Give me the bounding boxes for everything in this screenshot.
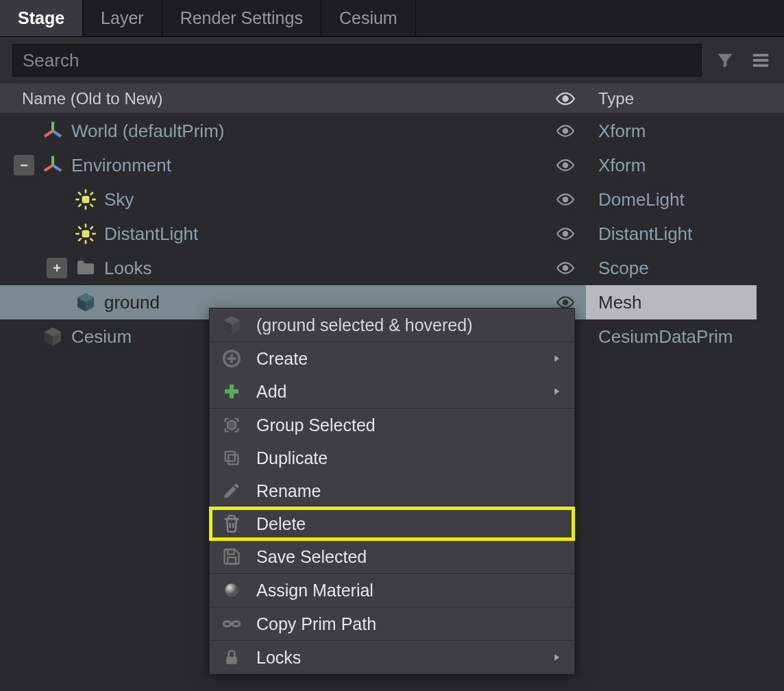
svg-point-3 — [563, 96, 568, 101]
chevron-right-icon — [551, 386, 562, 397]
chevron-right-icon — [551, 353, 562, 364]
context-menu-title: (ground selected & hovered) — [210, 308, 574, 341]
cube-icon — [74, 291, 97, 314]
visibility-toggle[interactable] — [545, 251, 586, 285]
tab-layer[interactable]: Layer — [83, 0, 162, 36]
plus-icon — [219, 379, 244, 404]
type-cell: Mesh — [586, 285, 757, 319]
cube-icon — [41, 325, 64, 348]
tree-label: DistantLight — [104, 223, 198, 245]
tree-row-looks[interactable]: + Looks Scope — [0, 251, 784, 285]
tab-cesium[interactable]: Cesium — [321, 0, 416, 36]
axis-icon — [41, 154, 64, 177]
header-visibility[interactable] — [545, 84, 586, 113]
expand-icon[interactable]: + — [47, 258, 67, 278]
trash-icon — [219, 511, 244, 536]
svg-line-18 — [90, 204, 93, 207]
menu-copy-prim-path[interactable]: Copy Prim Path — [210, 607, 574, 640]
tree-row-distantlight[interactable]: DistantLight DistantLight — [0, 217, 784, 251]
type-cell: Xform — [586, 148, 757, 182]
tab-render-settings[interactable]: Render Settings — [162, 0, 321, 36]
duplicate-icon — [219, 446, 244, 470]
svg-point-31 — [563, 232, 568, 237]
type-cell: Xform — [586, 114, 757, 148]
tree-header: Name (Old to New) Type — [0, 84, 784, 114]
svg-line-28 — [90, 239, 93, 241]
svg-line-30 — [90, 226, 93, 229]
svg-point-46 — [225, 583, 238, 597]
context-menu: (ground selected & hovered) Create Add G… — [209, 308, 575, 675]
svg-line-10 — [45, 165, 53, 171]
menu-locks[interactable]: Locks — [210, 641, 574, 674]
menu-assign-material[interactable]: Assign Material — [210, 574, 574, 607]
type-cell: DomeLight — [586, 182, 757, 217]
svg-point-21 — [563, 197, 568, 202]
svg-line-5 — [53, 131, 61, 136]
type-cell: DistantLight — [586, 217, 757, 251]
svg-rect-22 — [82, 230, 90, 238]
light-icon — [74, 222, 97, 245]
svg-point-32 — [563, 266, 568, 271]
tree-row-environment[interactable]: − Environment Xform — [0, 148, 784, 182]
tree-row-world[interactable]: World (defaultPrim) Xform — [0, 114, 784, 148]
menu-add[interactable]: Add — [210, 375, 574, 408]
tree-label: World (defaultPrim) — [71, 121, 224, 142]
lock-icon — [219, 645, 244, 670]
menu-delete[interactable]: Delete — [210, 507, 574, 540]
svg-rect-50 — [226, 657, 236, 664]
axis-icon — [41, 119, 64, 143]
toolbar: Search — [0, 37, 784, 84]
folder-icon — [74, 256, 97, 280]
plus-circle-icon — [219, 346, 244, 371]
svg-point-11 — [563, 163, 568, 168]
visibility-toggle[interactable] — [545, 114, 586, 148]
menu-create[interactable]: Create — [210, 342, 574, 375]
link-icon — [219, 611, 244, 636]
svg-point-33 — [563, 300, 568, 305]
tabs: Stage Layer Render Settings Cesium — [0, 0, 784, 37]
search-input[interactable]: Search — [12, 44, 702, 77]
svg-rect-40 — [228, 454, 238, 464]
svg-rect-45 — [228, 557, 236, 563]
pencil-icon — [219, 478, 244, 503]
svg-line-20 — [90, 192, 93, 195]
collapse-icon[interactable]: − — [14, 155, 34, 175]
light-icon — [74, 188, 97, 211]
svg-rect-41 — [225, 452, 235, 461]
visibility-toggle[interactable] — [545, 217, 586, 251]
tree-row-sky[interactable]: Sky DomeLight — [0, 182, 784, 217]
tree-label: Cesium — [71, 326, 132, 348]
cube-icon — [219, 313, 244, 337]
header-type[interactable]: Type — [586, 84, 784, 113]
menu-group-selected[interactable]: Group Selected — [210, 409, 574, 441]
group-icon — [219, 413, 244, 437]
svg-line-29 — [78, 239, 81, 241]
visibility-toggle[interactable] — [545, 182, 586, 217]
visibility-toggle[interactable] — [545, 148, 586, 182]
menu-icon[interactable] — [748, 48, 773, 73]
svg-line-6 — [45, 131, 53, 136]
svg-line-27 — [78, 226, 81, 229]
svg-line-9 — [53, 165, 61, 171]
tab-stage[interactable]: Stage — [0, 0, 83, 36]
header-name[interactable]: Name (Old to New) — [0, 84, 545, 113]
svg-rect-12 — [82, 196, 90, 204]
svg-line-19 — [78, 204, 81, 207]
tree-label: ground — [104, 292, 160, 313]
type-cell: CesiumDataPrim — [586, 319, 757, 354]
save-icon — [219, 544, 244, 569]
svg-line-17 — [78, 192, 81, 195]
svg-point-7 — [563, 129, 568, 134]
svg-rect-44 — [228, 550, 234, 555]
tree-label: Looks — [104, 258, 151, 279]
sphere-icon — [219, 578, 244, 603]
menu-duplicate[interactable]: Duplicate — [210, 441, 574, 474]
menu-rename[interactable]: Rename — [210, 474, 574, 507]
chevron-right-icon — [551, 652, 562, 663]
menu-save-selected[interactable]: Save Selected — [210, 540, 574, 573]
search-placeholder: Search — [23, 50, 79, 71]
type-cell: Scope — [586, 251, 757, 285]
tree-label: Environment — [71, 155, 171, 176]
filter-icon[interactable] — [713, 48, 737, 73]
tree-label: Sky — [104, 189, 134, 210]
